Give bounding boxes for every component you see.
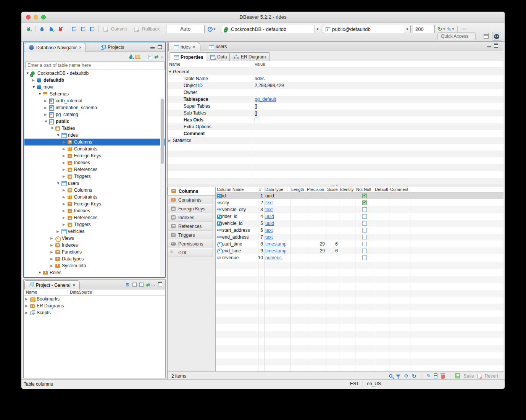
tree-item[interactable]: pg_catalog xyxy=(24,111,165,118)
header-not-null[interactable]: Not Null xyxy=(355,187,374,192)
tab-projects[interactable]: Projects xyxy=(97,43,128,52)
column-data-type-link[interactable]: text xyxy=(265,207,273,212)
tree-expander-icon[interactable] xyxy=(50,257,55,261)
tree-item[interactable]: References xyxy=(24,166,165,173)
schema-combo[interactable]: public@defaultdb ▼ xyxy=(323,25,411,33)
side-tab[interactable]: Foreign Keys xyxy=(168,204,213,213)
tab-database-navigator[interactable]: Database Navigator ✕ xyxy=(25,43,86,52)
tree-item[interactable]: Views xyxy=(24,235,165,242)
tree-item[interactable]: Indexes xyxy=(24,159,165,166)
tree-item[interactable]: Foreign Keys xyxy=(24,200,165,207)
property-row[interactable]: Has Oids xyxy=(168,116,503,123)
maximize-panel-icon[interactable] xyxy=(158,282,162,286)
tree-item[interactable]: Triggers xyxy=(24,221,165,228)
save-icon[interactable] xyxy=(455,373,460,378)
tree-expander-icon[interactable] xyxy=(56,181,61,185)
properties-header-value[interactable]: Value xyxy=(255,62,265,66)
tree-expander-icon[interactable] xyxy=(63,154,67,158)
not-null-checkbox[interactable] xyxy=(362,242,367,246)
tree-item[interactable]: Indexes xyxy=(24,207,165,214)
new-connection-button[interactable]: + xyxy=(24,25,33,33)
side-tab[interactable]: DDL xyxy=(168,248,213,257)
column-row[interactable]: rider_id 4 uuid xyxy=(216,213,503,220)
tree-expander-icon[interactable] xyxy=(25,304,30,308)
tree-expander-icon[interactable] xyxy=(63,202,67,206)
new-connection-icon[interactable]: + xyxy=(129,55,133,59)
tree-expander-icon[interactable] xyxy=(50,126,55,130)
sql-editor-button[interactable] xyxy=(69,25,78,33)
project-col-name[interactable]: Name xyxy=(26,290,37,294)
property-row[interactable]: Owner xyxy=(168,89,503,96)
property-row[interactable]: Sub Tables [] xyxy=(168,110,503,116)
new-connection-folder-icon[interactable] xyxy=(135,55,140,59)
undo-button[interactable]: ↩ xyxy=(460,25,468,33)
dbeaver-perspective-button[interactable] xyxy=(492,32,501,41)
table-filter-input[interactable] xyxy=(25,61,165,69)
tree-item[interactable]: users xyxy=(24,180,165,187)
tree-item[interactable]: Constraints xyxy=(24,194,165,200)
tree-expander-icon[interactable] xyxy=(63,147,67,151)
tree-expander-icon[interactable] xyxy=(50,243,55,247)
tree-item[interactable]: Columns xyxy=(24,187,165,194)
tree-item[interactable]: Roles xyxy=(24,269,165,276)
search-icon[interactable] xyxy=(389,374,392,378)
tree-item[interactable]: rides xyxy=(24,132,165,139)
tree-expander-icon[interactable] xyxy=(56,229,61,233)
configure-icon[interactable]: ⚙ xyxy=(125,282,130,288)
tree-expander-icon[interactable] xyxy=(38,92,43,96)
collapse-all-icon[interactable] xyxy=(148,55,152,59)
refresh-button[interactable]: ↻▼ xyxy=(437,25,446,33)
schema-combo-dropdown[interactable]: ▼ xyxy=(404,25,410,33)
close-tab-icon[interactable]: ✕ xyxy=(73,283,76,287)
close-tab-icon[interactable]: ✕ xyxy=(79,45,82,50)
property-row[interactable]: Object ID 2,293,998,429 xyxy=(168,82,503,89)
add-row-icon[interactable] xyxy=(434,373,437,378)
tree-item[interactable]: public xyxy=(24,118,165,125)
tree-item[interactable]: Foreign Keys xyxy=(24,152,165,159)
connection-combo-dropdown[interactable]: ▼ xyxy=(314,25,321,33)
close-tab-icon[interactable]: ✕ xyxy=(192,45,195,49)
commit-mode-combo[interactable]: Auto xyxy=(166,25,205,33)
disconnect-button[interactable] xyxy=(56,25,65,33)
column-row[interactable]: start_time 8 timestamp 29 6 xyxy=(216,241,503,247)
tree-expander-icon[interactable] xyxy=(56,133,61,137)
not-null-checkbox[interactable] xyxy=(362,235,367,239)
sash-arrows-icon[interactable]: ▲▼ xyxy=(332,184,339,187)
save-button[interactable]: Save xyxy=(463,373,474,379)
header-comment[interactable]: Comment xyxy=(389,187,410,192)
minimize-panel-icon[interactable] xyxy=(150,47,155,48)
minimize-editor-icon[interactable] xyxy=(487,46,491,47)
subtab-er-diagram[interactable]: ER Diagram xyxy=(229,52,270,61)
editor-tab-rides[interactable]: rides ✕ xyxy=(168,42,200,51)
column-row[interactable]: vehicle_id 5 uuid xyxy=(216,220,503,227)
gear-icon[interactable]: ⚙ xyxy=(404,373,408,379)
header-precision[interactable]: Precision xyxy=(306,187,326,192)
tree-item[interactable]: Data types xyxy=(24,255,165,262)
locale-indicator[interactable]: en_US xyxy=(363,381,385,386)
column-data-type-link[interactable]: numeric xyxy=(265,255,282,260)
fetch-size-input[interactable] xyxy=(413,25,435,33)
property-checkbox[interactable] xyxy=(255,118,259,122)
view-menu-icon[interactable]: ▽ xyxy=(161,55,163,59)
sync-icon[interactable]: ↻ xyxy=(412,373,416,379)
subtab-data[interactable]: Data xyxy=(206,52,231,61)
tree-item[interactable]: Columns xyxy=(24,139,165,145)
subtab-properties[interactable]: Properties xyxy=(169,52,207,61)
side-tab[interactable]: References xyxy=(168,222,213,231)
project-tree-item[interactable]: Bookmarks xyxy=(24,296,165,302)
side-tab[interactable]: Constraints xyxy=(168,195,213,204)
tree-expander-icon[interactable] xyxy=(63,209,67,213)
timezone-indicator[interactable]: EST xyxy=(346,381,363,386)
tree-expander-icon[interactable] xyxy=(50,264,55,268)
tree-expander-icon[interactable] xyxy=(63,174,67,178)
tree-expander-icon[interactable] xyxy=(32,85,37,89)
maximize-editor-icon[interactable] xyxy=(494,44,498,48)
tree-expander-icon[interactable] xyxy=(44,113,49,116)
side-tab[interactable]: Indexes xyxy=(168,213,213,222)
edit-button[interactable]: ✎▼ xyxy=(447,25,455,33)
tree-expander-icon[interactable] xyxy=(63,195,67,199)
column-row[interactable]: revenue 10 numeric xyxy=(216,254,503,261)
editor-tab-users[interactable]: users xyxy=(204,42,231,51)
side-tab[interactable]: Permissions xyxy=(168,239,213,248)
connect-button[interactable] xyxy=(38,25,46,33)
